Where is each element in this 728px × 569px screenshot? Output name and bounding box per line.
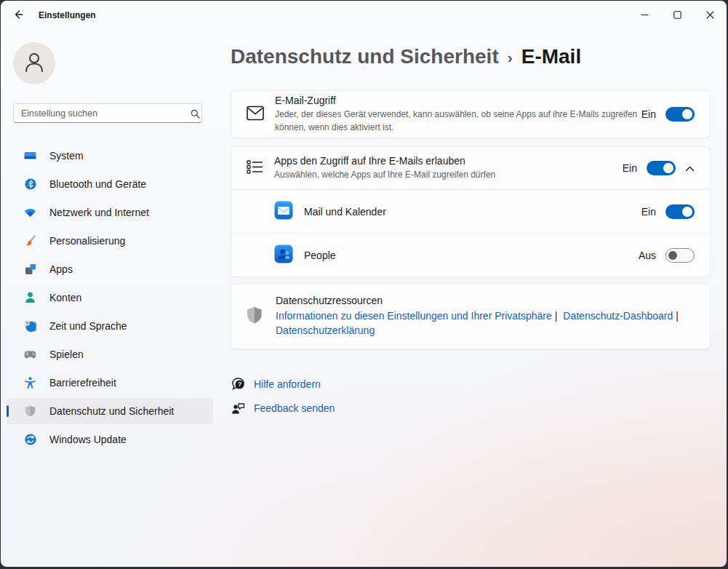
apps-access-state-label: Ein [623, 162, 637, 174]
feedback-icon [231, 402, 245, 415]
toggle-knob [668, 251, 677, 260]
sidebar-item-label: Zeit und Sprache [49, 320, 127, 332]
sidebar-item-label: Apps [49, 263, 73, 275]
link-settings-privacy-info[interactable]: Informationen zu diesen Einstellungen un… [276, 310, 552, 322]
breadcrumb-separator-icon: › [508, 47, 513, 66]
people-app-icon [274, 244, 293, 266]
sidebar-item-label: Netzwerk und Internet [49, 207, 149, 218]
close-icon [706, 10, 714, 21]
mail-state-label: Ein [641, 206, 656, 218]
mail-app-icon [274, 201, 293, 223]
avatar[interactable] [13, 42, 55, 84]
email-access-description: Jeder, der dieses Gerät verwendet, kann … [275, 108, 641, 134]
link-separator: | [676, 310, 679, 322]
privacy-resources-links: Informationen zu diesen Einstellungen un… [276, 309, 695, 338]
email-access-card: E-Mail-Zugriff Jeder, der dieses Gerät v… [231, 90, 711, 138]
sidebar-item-network[interactable]: Netzwerk und Internet [7, 199, 213, 226]
search-input[interactable] [13, 103, 202, 123]
people-toggle[interactable] [665, 248, 695, 263]
link-privacy-dashboard[interactable]: Datenschutz-Dashboard [563, 310, 673, 322]
maximize-icon [673, 10, 681, 21]
get-help-row: ? Hilfe anfordern [231, 373, 711, 395]
people-state-label: Aus [639, 250, 656, 261]
send-feedback-row: Feedback senden [231, 397, 711, 419]
privacy-shield-icon [24, 405, 36, 418]
sidebar-item-personalization[interactable]: Personalisierung [7, 228, 213, 254]
app-row-people: People Aus [231, 233, 710, 276]
page-title: E-Mail [521, 45, 581, 68]
time-language-icon [24, 320, 36, 333]
sidebar-item-apps[interactable]: Apps [7, 256, 213, 282]
sidebar-item-label: Personalisierung [49, 235, 125, 247]
sidebar-item-gaming[interactable]: Spielen [7, 341, 213, 367]
sidebar-item-bluetooth[interactable]: Bluetooth und Geräte [7, 171, 213, 197]
window-title: Einstellungen [39, 10, 96, 20]
sidebar-item-label: Windows Update [49, 434, 127, 445]
sidebar-item-privacy[interactable]: Datenschutz und Sicherheit [7, 398, 213, 424]
sidebar-item-windows-update[interactable]: Windows Update [7, 426, 213, 453]
apps-access-toggle[interactable] [647, 161, 676, 175]
sidebar-item-label: Barrierefreiheit [49, 377, 116, 389]
breadcrumb: Datenschutz und Sicherheit › E-Mail [231, 43, 711, 71]
sidebar-item-accounts[interactable]: Konten [7, 284, 213, 311]
settings-window: Einstellungen [1, 1, 727, 567]
sidebar-item-time-language[interactable]: Zeit und Sprache [7, 313, 213, 339]
email-access-state-label: Ein [641, 108, 656, 120]
network-icon [24, 207, 36, 219]
privacy-resources-card: Datenschutzressourcen Informationen zu d… [231, 283, 711, 349]
accounts-icon [24, 292, 36, 304]
minimize-button[interactable] [628, 1, 661, 30]
windows-update-icon [24, 434, 36, 446]
apps-icon [24, 263, 36, 276]
svg-text:?: ? [237, 381, 241, 389]
sidebar-nav: System Bluetooth und Geräte Netzwerk und… [1, 143, 219, 453]
sidebar-item-system[interactable]: System [7, 143, 213, 169]
user-icon [22, 49, 47, 77]
system-icon [24, 150, 36, 162]
get-help-link[interactable]: Hilfe anfordern [254, 378, 321, 390]
toggle-knob [663, 163, 673, 173]
breadcrumb-parent[interactable]: Datenschutz und Sicherheit [231, 45, 499, 68]
close-button[interactable] [694, 1, 727, 30]
app-row-mail: Mail und Kalender Ein [231, 189, 710, 233]
titlebar: Einstellungen [1, 1, 727, 30]
sidebar-item-label: System [49, 150, 84, 162]
apps-access-card: Apps den Zugriff auf Ihre E-Mails erlaub… [231, 146, 711, 277]
search-box [13, 103, 207, 123]
back-button[interactable] [7, 5, 30, 25]
bluetooth-icon [24, 178, 36, 191]
app-name: People [304, 250, 336, 261]
help-icon: ? [231, 378, 245, 391]
minimize-icon [641, 10, 649, 21]
shield-icon [247, 306, 263, 327]
toggle-knob [682, 109, 692, 119]
footer-links: ? Hilfe anfordern Feedback senden [231, 373, 711, 419]
sidebar-item-accessibility[interactable]: Barrierefreiheit [7, 370, 213, 396]
privacy-resources-title: Datenschutzressourcen [276, 295, 695, 306]
link-privacy-statement[interactable]: Datenschutzerklärung [276, 325, 375, 336]
personalization-icon [24, 235, 36, 247]
sidebar-item-label: Spielen [49, 349, 84, 360]
maximize-button[interactable] [661, 1, 694, 30]
search-icon[interactable] [191, 108, 200, 122]
link-separator: | [555, 310, 558, 322]
mail-toggle[interactable] [665, 204, 695, 219]
sidebar-item-label: Bluetooth und Geräte [49, 178, 146, 190]
toggle-knob [682, 207, 692, 217]
apps-access-description: Auswählen, welche Apps auf Ihre E-Mail z… [274, 169, 495, 181]
app-name: Mail und Kalender [304, 206, 386, 218]
envelope-icon [247, 106, 264, 124]
sidebar-item-label: Datenschutz und Sicherheit [49, 405, 174, 417]
email-access-toggle[interactable] [665, 107, 695, 122]
apps-access-header[interactable]: Apps den Zugriff auf Ihre E-Mails erlaub… [231, 147, 710, 189]
gaming-icon [24, 349, 36, 361]
main-content: Datenschutz und Sicherheit › E-Mail E-Ma… [231, 30, 711, 567]
chevron-up-icon[interactable] [685, 162, 695, 175]
email-access-title: E-Mail-Zugriff [275, 95, 641, 106]
window-controls [628, 1, 727, 30]
sidebar-item-label: Konten [49, 292, 81, 303]
send-feedback-link[interactable]: Feedback senden [254, 402, 335, 414]
app-list-icon [247, 159, 263, 178]
arrow-left-icon [12, 9, 24, 23]
sidebar: System Bluetooth und Geräte Netzwerk und… [1, 30, 219, 567]
